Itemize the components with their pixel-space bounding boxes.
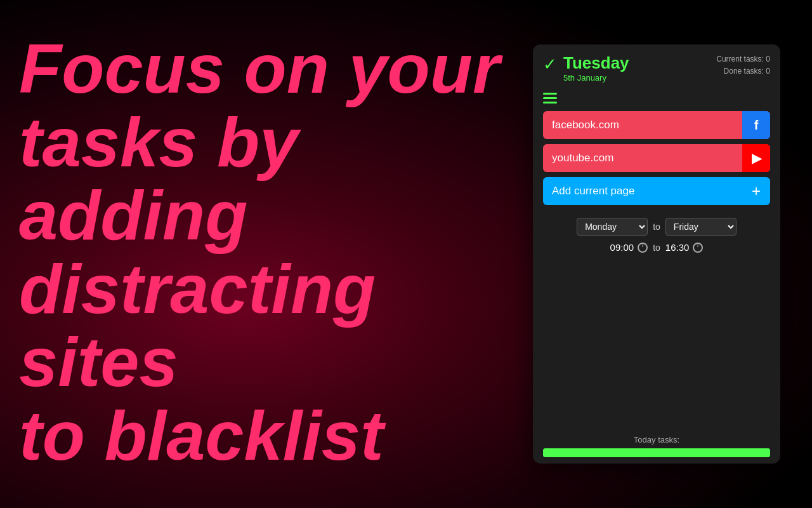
panel-menu-row — [533, 89, 780, 109]
hamburger-line3 — [543, 102, 557, 104]
current-tasks-display: Current tasks: 0 — [716, 53, 770, 65]
facebook-site-name: facebook.com — [543, 119, 742, 131]
hamburger-menu[interactable] — [543, 93, 557, 104]
from-clock-icon — [638, 243, 648, 253]
add-page-label: Add current page — [543, 185, 742, 197]
done-tasks-label: Done tasks: — [724, 67, 764, 76]
to-time-value: 16:30 — [665, 242, 690, 253]
headline-line4-bold: blacklist — [104, 396, 383, 474]
time-to-label: to — [653, 243, 660, 253]
day-schedule-row: Monday Tuesday Wednesday Thursday Friday… — [543, 218, 770, 236]
day-name: Tuesday — [563, 53, 629, 73]
to-clock-icon — [693, 243, 703, 253]
header-left: ✓ Tuesday 5th January — [543, 53, 629, 83]
done-tasks-display: Done tasks: 0 — [716, 65, 770, 77]
from-time-value: 09:00 — [610, 242, 634, 253]
site-item-youtube[interactable]: youtube.com ▶ — [543, 144, 770, 172]
hamburger-line1 — [543, 93, 557, 95]
add-current-page-button[interactable]: Add current page + — [543, 177, 770, 205]
hamburger-line2 — [543, 97, 557, 99]
time-row: 09:00 to 16:30 — [543, 242, 770, 253]
day-info: Tuesday 5th January — [563, 53, 629, 83]
facebook-icon: f — [742, 111, 770, 139]
done-tasks-value: 0 — [766, 67, 770, 76]
headline-text: Focus on your tasks by adding distractin… — [19, 32, 514, 472]
headline-section: Focus on your tasks by adding distractin… — [19, 32, 514, 472]
progress-bar-fill — [543, 448, 770, 457]
day-to-label: to — [653, 222, 660, 232]
site-list: facebook.com f youtube.com ▶ Add current… — [533, 109, 780, 208]
today-tasks-section: Today tasks: — [533, 429, 780, 464]
current-tasks-label: Current tasks: — [716, 55, 764, 64]
from-day-select[interactable]: Monday Tuesday Wednesday Thursday Friday… — [577, 218, 648, 236]
task-counts: Current tasks: 0 Done tasks: 0 — [716, 53, 770, 77]
today-tasks-label: Today tasks: — [543, 435, 770, 444]
youtube-icon: ▶ — [742, 144, 770, 172]
to-time-display: 16:30 — [665, 242, 704, 253]
from-time-display: 09:00 — [610, 242, 648, 253]
site-item-facebook[interactable]: facebook.com f — [543, 111, 770, 139]
schedule-section: Monday Tuesday Wednesday Thursday Friday… — [533, 208, 780, 253]
current-tasks-value: 0 — [766, 55, 770, 64]
to-day-select[interactable]: Monday Tuesday Wednesday Thursday Friday… — [665, 218, 737, 236]
add-plus-icon: + — [742, 177, 770, 205]
panel-header: ✓ Tuesday 5th January Current tasks: 0 D… — [533, 44, 780, 89]
check-icon: ✓ — [543, 55, 557, 74]
headline-line1: Focus on your — [19, 32, 514, 105]
headline-line4: to blacklist — [19, 399, 514, 472]
progress-bar-container — [543, 448, 770, 457]
day-date: 5th January — [563, 73, 629, 83]
headline-line4-prefix: to — [19, 396, 104, 474]
headline-line3: distracting sites — [19, 252, 514, 399]
headline-line2: tasks by adding — [19, 105, 514, 252]
youtube-site-name: youtube.com — [543, 152, 742, 164]
app-panel: ✓ Tuesday 5th January Current tasks: 0 D… — [533, 44, 780, 464]
